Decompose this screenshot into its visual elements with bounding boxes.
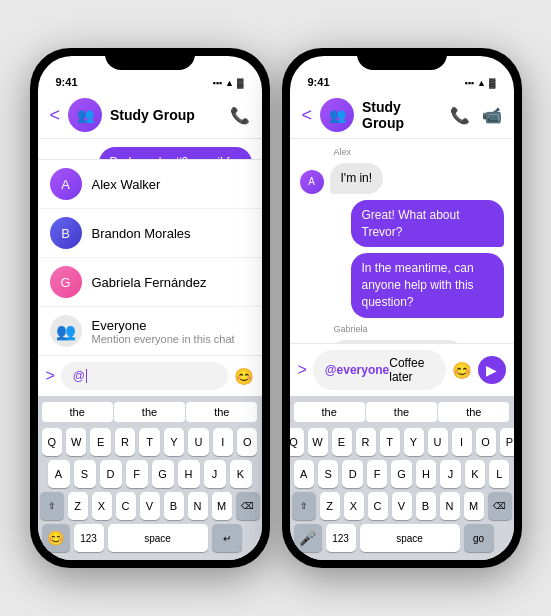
phone-icon-2[interactable]: 📞 — [450, 106, 470, 125]
emoji-icon-2[interactable]: 😊 — [452, 361, 472, 380]
key2-q[interactable]: Q — [290, 428, 304, 456]
key-return-1[interactable]: ↵ — [212, 524, 242, 552]
key2-c[interactable]: C — [368, 492, 388, 520]
mention-item-alex[interactable]: A Alex Walker — [38, 160, 262, 209]
key-h[interactable]: H — [178, 460, 200, 488]
mention-item-gabriela[interactable]: G Gabriela Fernández — [38, 258, 262, 307]
key2-o[interactable]: O — [476, 428, 496, 456]
key2-shift[interactable]: ⇧ — [292, 492, 316, 520]
keyboard-row-q2: Q W E R T Y U I O P — [294, 428, 510, 456]
key-s[interactable]: S — [74, 460, 96, 488]
key-w[interactable]: W — [66, 428, 86, 456]
suggestion-2a[interactable]: the — [294, 402, 365, 422]
suggestion-1b[interactable]: the — [114, 402, 185, 422]
wifi-icon-2: ▲ — [477, 78, 486, 88]
key2-i[interactable]: I — [452, 428, 472, 456]
key2-b[interactable]: B — [416, 492, 436, 520]
suggestion-2c[interactable]: the — [438, 402, 509, 422]
mention-everyone-tag: @everyone — [325, 363, 389, 377]
input-text-2: Coffee later — [389, 356, 433, 384]
key-g[interactable]: G — [152, 460, 174, 488]
mention-name-alex: Alex Walker — [92, 177, 161, 192]
back-button-2[interactable]: < — [302, 105, 313, 126]
key2-x[interactable]: X — [344, 492, 364, 520]
key2-a[interactable]: A — [294, 460, 314, 488]
key-v[interactable]: V — [140, 492, 160, 520]
key-m[interactable]: M — [212, 492, 232, 520]
key2-v[interactable]: V — [392, 492, 412, 520]
key2-h[interactable]: H — [416, 460, 436, 488]
key-space-1[interactable]: space — [108, 524, 208, 552]
nav-icons-2: 📞 📹 — [450, 106, 502, 125]
emoji-icon-1[interactable]: 😊 — [234, 367, 254, 386]
key-o[interactable]: O — [237, 428, 257, 456]
key2-s[interactable]: S — [318, 460, 338, 488]
expand-icon-2[interactable]: > — [298, 361, 307, 379]
nav-bar-1: < 👥 Study Group 📞 — [38, 92, 262, 139]
key-k[interactable]: K — [230, 460, 252, 488]
key-r[interactable]: R — [115, 428, 135, 456]
key2-z[interactable]: Z — [320, 492, 340, 520]
key2-num[interactable]: 123 — [326, 524, 356, 552]
key2-k[interactable]: K — [465, 460, 485, 488]
key-t[interactable]: T — [139, 428, 159, 456]
key2-delete[interactable]: ⌫ — [488, 492, 512, 520]
key2-d[interactable]: D — [342, 460, 362, 488]
key2-n[interactable]: N — [440, 492, 460, 520]
key-d[interactable]: D — [100, 460, 122, 488]
sender-gabriela: Gabriela — [300, 324, 504, 334]
input-bar-2: > @everyone Coffee later 😊 ▶ — [290, 343, 514, 396]
key-n[interactable]: N — [188, 492, 208, 520]
key2-f[interactable]: F — [367, 460, 387, 488]
status-time-1: 9:41 — [56, 76, 78, 88]
suggestion-1c[interactable]: the — [186, 402, 257, 422]
key-i[interactable]: I — [213, 428, 233, 456]
video-icon-2[interactable]: 📹 — [482, 106, 502, 125]
key-u[interactable]: U — [188, 428, 208, 456]
key2-g[interactable]: G — [391, 460, 411, 488]
key2-go[interactable]: go — [464, 524, 494, 552]
key-a[interactable]: A — [48, 460, 70, 488]
key2-p[interactable]: P — [500, 428, 514, 456]
key2-t[interactable]: T — [380, 428, 400, 456]
key-q[interactable]: Q — [42, 428, 62, 456]
key-delete[interactable]: ⌫ — [236, 492, 260, 520]
mention-item-everyone[interactable]: 👥 Everyone Mention everyone in this chat — [38, 307, 262, 355]
mention-item-brandon[interactable]: B Brandon Morales — [38, 209, 262, 258]
mention-name-brandon: Brandon Morales — [92, 226, 191, 241]
back-button-1[interactable]: < — [50, 105, 61, 126]
key-num-1[interactable]: 123 — [74, 524, 104, 552]
expand-icon-1[interactable]: > — [46, 367, 55, 385]
key2-y[interactable]: Y — [404, 428, 424, 456]
key2-space[interactable]: space — [360, 524, 460, 552]
key-z[interactable]: Z — [68, 492, 88, 520]
input-field-2[interactable]: @everyone Coffee later — [313, 350, 446, 390]
key2-j[interactable]: J — [440, 460, 460, 488]
phone-icon-1[interactable]: 📞 — [230, 106, 250, 125]
key-c[interactable]: C — [116, 492, 136, 520]
key-shift[interactable]: ⇧ — [40, 492, 64, 520]
suggestion-1a[interactable]: the — [42, 402, 113, 422]
signal-icon-2: ▪▪▪ — [464, 78, 474, 88]
suggestion-2b[interactable]: the — [366, 402, 437, 422]
key-j[interactable]: J — [204, 460, 226, 488]
mic-key[interactable]: 🎤 — [294, 524, 322, 552]
key-y[interactable]: Y — [164, 428, 184, 456]
key-x[interactable]: X — [92, 492, 112, 520]
input-field-1[interactable]: @ — [61, 362, 228, 390]
key-b[interactable]: B — [164, 492, 184, 520]
keyboard-row-a: A S D F G H J K — [42, 460, 258, 488]
send-icon-2: ▶ — [486, 362, 497, 378]
key-e[interactable]: E — [90, 428, 110, 456]
key2-w[interactable]: W — [308, 428, 328, 456]
alex-avatar: A — [300, 170, 324, 194]
outgoing-row-2: In the meantime, can anyone help with th… — [300, 253, 504, 317]
key-f[interactable]: F — [126, 460, 148, 488]
key2-l[interactable]: L — [489, 460, 509, 488]
key2-r[interactable]: R — [356, 428, 376, 456]
emoji-key-1[interactable]: 😊 — [42, 524, 70, 552]
send-button-2[interactable]: ▶ — [478, 356, 506, 384]
key2-u[interactable]: U — [428, 428, 448, 456]
key2-m[interactable]: M — [464, 492, 484, 520]
key2-e[interactable]: E — [332, 428, 352, 456]
